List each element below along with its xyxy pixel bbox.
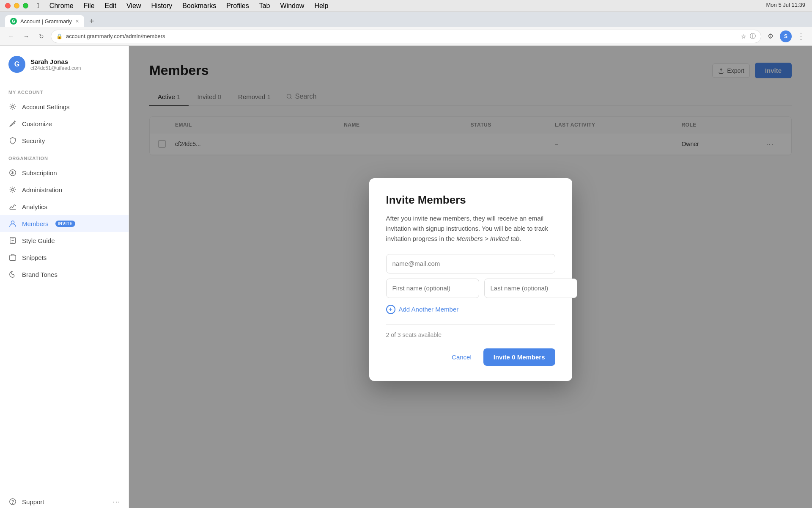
back-button[interactable]: ←: [5, 30, 17, 42]
my-account-section-label: MY ACCOUNT: [0, 83, 129, 98]
more-dots-button[interactable]: ⋯: [112, 497, 120, 506]
active-tab[interactable]: G Account | Grammarly ✕: [5, 15, 84, 27]
add-another-member-button[interactable]: + Add Another Member: [386, 305, 555, 314]
admin-gear-icon: [8, 185, 17, 194]
url-text: account.grammarly.com/admin/members: [66, 33, 738, 39]
svg-point-3: [11, 221, 14, 224]
view-menu[interactable]: View: [125, 2, 143, 10]
email-input[interactable]: [386, 254, 555, 273]
person-icon: [8, 219, 17, 228]
name-row: [386, 279, 555, 298]
add-member-label: Add Another Member: [399, 306, 459, 313]
modal-title: Invite Members: [386, 193, 555, 207]
edit-menu[interactable]: Edit: [103, 2, 118, 10]
invite-members-button[interactable]: Invite 0 Members: [483, 348, 555, 366]
help-menu[interactable]: Help: [313, 2, 330, 10]
user-name: Sarah Jonas: [30, 58, 81, 65]
modal-actions: Cancel Invite 0 Members: [386, 348, 555, 366]
sidebar-item-subscription-label: Subscription: [22, 169, 57, 177]
sidebar-item-brand-tones[interactable]: Brand Tones: [0, 266, 129, 283]
sidebar-item-members[interactable]: Members INVITE: [0, 215, 129, 232]
chrome-menu[interactable]: Chrome: [48, 2, 75, 10]
browser-more-button[interactable]: ⋮: [795, 30, 807, 42]
sidebar: G Sarah Jonas cf24dc51@uifeed.com MY ACC…: [0, 46, 129, 508]
palette-icon: [8, 270, 17, 279]
sidebar-item-customize[interactable]: Customize: [0, 115, 129, 132]
tab-title: Account | Grammarly: [20, 18, 72, 25]
extensions-icon[interactable]: ⓘ: [750, 33, 756, 40]
favicon: G: [10, 18, 17, 25]
modal-desc-italic: Members > Invited tab: [456, 235, 519, 242]
help-icon: [8, 497, 17, 506]
bookmark-icon[interactable]: ☆: [741, 33, 746, 40]
traffic-lights[interactable]: [5, 3, 28, 8]
content-area: Members Export Invite Active 1 Invited: [129, 46, 812, 508]
menu-bar:  Chrome File Edit View History Bookmark…: [0, 0, 812, 12]
shield-icon: [8, 136, 17, 145]
extensions-button[interactable]: ⚙: [765, 30, 776, 42]
cancel-button[interactable]: Cancel: [445, 349, 478, 365]
invite-members-modal: Invite Members After you invite new memb…: [369, 178, 572, 381]
modal-description: After you invite new members, they will …: [386, 213, 555, 244]
browser-navbar: ← → ↻ 🔒 account.grammarly.com/admin/memb…: [0, 27, 812, 46]
sidebar-item-subscription[interactable]: Subscription: [0, 164, 129, 181]
tab-menu[interactable]: Tab: [258, 2, 272, 10]
tab-close-button[interactable]: ✕: [75, 19, 79, 24]
reload-button[interactable]: ↻: [36, 30, 47, 42]
modal-overlay[interactable]: Invite Members After you invite new memb…: [129, 46, 812, 508]
modal-desc-end: .: [519, 235, 521, 242]
snippet-icon: [8, 253, 17, 262]
bookmarks-menu[interactable]: Bookmarks: [181, 2, 218, 10]
sidebar-item-members-label: Members: [22, 220, 49, 227]
sidebar-item-account-settings[interactable]: Account Settings: [0, 98, 129, 115]
history-menu[interactable]: History: [150, 2, 174, 10]
fullscreen-window-button[interactable]: [23, 3, 28, 8]
sidebar-item-snippets-label: Snippets: [22, 254, 47, 261]
brush-icon: [8, 119, 17, 128]
seats-info: 2 of 3 seats available: [386, 324, 555, 338]
sidebar-item-customize-label: Customize: [22, 120, 52, 127]
sidebar-item-snippets[interactable]: Snippets: [0, 249, 129, 266]
profiles-menu[interactable]: Profiles: [225, 2, 250, 10]
close-window-button[interactable]: [5, 3, 11, 8]
dollar-icon: [8, 168, 17, 177]
support-item[interactable]: Support: [8, 497, 44, 506]
svg-rect-5: [11, 254, 14, 256]
sidebar-item-account-settings-label: Account Settings: [22, 103, 70, 110]
sidebar-item-security[interactable]: Security: [0, 132, 129, 149]
support-label: Support: [22, 498, 44, 505]
book-icon: [8, 236, 17, 245]
profile-button[interactable]: S: [780, 30, 792, 42]
datetime: Mon 5 Jul 11:39: [766, 2, 805, 8]
svg-point-2: [11, 188, 14, 190]
sidebar-footer: Support ⋯: [0, 490, 129, 508]
window-menu[interactable]: Window: [278, 2, 306, 10]
sidebar-item-administration[interactable]: Administration: [0, 181, 129, 198]
user-email: cf24dc51@uifeed.com: [30, 65, 81, 71]
new-tab-button[interactable]: +: [86, 15, 98, 27]
address-bar[interactable]: 🔒 account.grammarly.com/admin/members ☆ …: [51, 30, 761, 43]
main-layout: G Sarah Jonas cf24dc51@uifeed.com MY ACC…: [0, 46, 812, 508]
user-profile: G Sarah Jonas cf24dc51@uifeed.com: [0, 56, 129, 83]
org-section-label: ORGANIZATION: [0, 149, 129, 164]
lock-icon: 🔒: [56, 33, 63, 39]
sidebar-item-analytics[interactable]: Analytics: [0, 198, 129, 215]
file-menu[interactable]: File: [82, 2, 96, 10]
minimize-window-button[interactable]: [14, 3, 19, 8]
sidebar-item-security-label: Security: [22, 137, 45, 144]
sidebar-item-analytics-label: Analytics: [22, 203, 47, 210]
svg-point-0: [11, 105, 14, 108]
user-info: Sarah Jonas cf24dc51@uifeed.com: [30, 58, 81, 71]
sidebar-item-style-guide[interactable]: Style Guide: [0, 232, 129, 249]
avatar: G: [8, 56, 25, 73]
gear-icon: [8, 102, 17, 111]
apple-menu[interactable]: : [35, 2, 41, 10]
sidebar-item-brand-tones-label: Brand Tones: [22, 271, 58, 278]
invite-badge: INVITE: [55, 221, 75, 227]
forward-button[interactable]: →: [20, 30, 32, 42]
add-circle-icon: +: [386, 305, 395, 314]
first-name-input[interactable]: [386, 279, 479, 298]
sidebar-item-administration-label: Administration: [22, 186, 62, 193]
last-name-input[interactable]: [484, 279, 577, 298]
chart-icon: [8, 202, 17, 211]
